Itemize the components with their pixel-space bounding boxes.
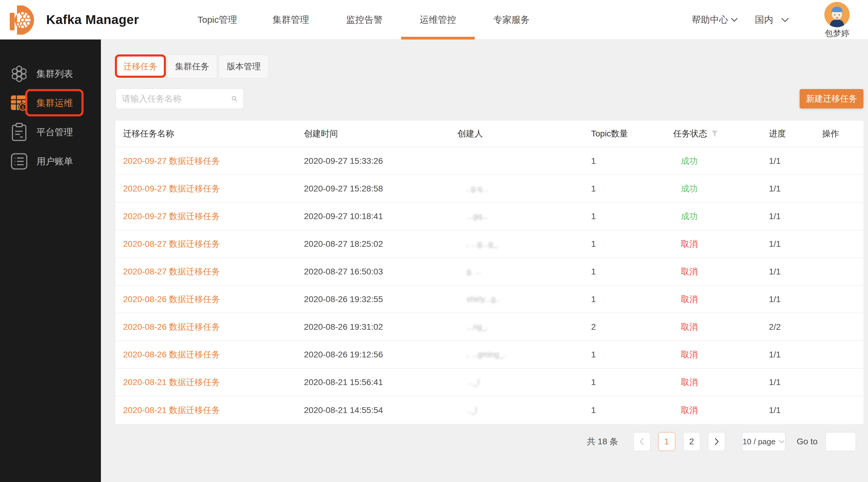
created-time-cell: 2020-09-27 15:28:58 <box>304 184 457 194</box>
task-name-link[interactable]: 2020-09-27 数据迁移任务 <box>123 156 220 166</box>
table-row[interactable]: 2020-08-27 数据迁移任务 2020-08-27 18:25:02 , … <box>116 230 863 258</box>
task-name-link[interactable]: 2020-08-27 数据迁移任务 <box>123 267 220 276</box>
svg-text:$: $ <box>22 104 24 110</box>
chevron-down-icon <box>781 18 789 22</box>
status-cell: 取消 <box>673 266 769 278</box>
nav-monitor-alert[interactable]: 监控告警 <box>328 0 401 39</box>
creator-cell: .._l <box>457 406 591 415</box>
col-created-time: 创建时间 <box>304 128 457 139</box>
header-right: 帮助中心 国内 <box>692 0 851 39</box>
migration-task-table: 迁移任务名称 创建时间 创建人 Topic数量 任务状态 进度 操作 <box>116 121 863 424</box>
tab-bar: 迁移任务 集群任务 版本管理 <box>116 55 863 78</box>
avatar[interactable] <box>824 2 850 27</box>
nav-topic-manage[interactable]: Topic管理 <box>181 0 254 39</box>
chevron-down-icon <box>731 18 738 22</box>
created-time-cell: 2020-09-27 10:18:41 <box>304 212 457 221</box>
task-name-link[interactable]: 2020-09-27 数据迁移任务 <box>123 184 220 193</box>
search-input[interactable] <box>122 94 231 104</box>
task-name-link[interactable]: 2020-08-26 数据迁移任务 <box>123 294 220 304</box>
total-count: 共 18 条 <box>587 436 618 447</box>
top-header: Kafka Manager Topic管理 集群管理 监控告警 运维管控 专家服… <box>0 0 868 39</box>
table-row[interactable]: 2020-08-26 数据迁移任务 2020-08-26 19:12:56 , … <box>116 341 863 368</box>
sidebar: 集群列表 $ 集群运维 <box>0 39 101 482</box>
task-name-link[interactable]: 2020-08-26 数据迁移任务 <box>123 350 220 359</box>
status-cell: 取消 <box>673 405 769 416</box>
table-row[interactable]: 2020-08-21 数据迁移任务 2020-08-21 15:56:41 ..… <box>116 368 863 396</box>
created-time-cell: 2020-08-26 19:31:02 <box>304 322 457 332</box>
sidebar-item-cluster-list[interactable]: 集群列表 <box>0 59 101 89</box>
nav-expert-service[interactable]: 专家服务 <box>475 0 548 39</box>
creator-cell: , ...g...g_. <box>457 239 591 249</box>
goto-page-input[interactable] <box>826 432 856 451</box>
status-cell: 取消 <box>673 321 769 333</box>
col-topic-count: Topic数量 <box>591 128 673 139</box>
status-filter-icon[interactable] <box>711 130 718 137</box>
created-time-cell: 2020-08-27 18:25:02 <box>304 239 457 249</box>
tab-cluster-tasks[interactable]: 集群任务 <box>167 55 217 78</box>
table-row[interactable]: 2020-09-27 数据迁移任务 2020-09-27 15:28:58 ..… <box>116 175 863 203</box>
prev-page-button[interactable] <box>633 432 650 451</box>
brand: Kafka Manager <box>9 0 139 39</box>
nav-cluster-manage[interactable]: 集群管理 <box>254 0 328 39</box>
col-task-status: 任务状态 <box>673 128 769 139</box>
tab-version-manage[interactable]: 版本管理 <box>219 55 269 78</box>
table-header-row: 迁移任务名称 创建时间 创建人 Topic数量 任务状态 进度 操作 <box>116 121 863 148</box>
sidebar-item-user-billing[interactable]: 用户账单 <box>0 147 101 176</box>
task-name-link[interactable]: 2020-08-27 数据迁移任务 <box>123 239 220 249</box>
app-root: Kafka Manager Topic管理 集群管理 监控告警 运维管控 专家服… <box>0 0 868 482</box>
table-row[interactable]: 2020-09-27 数据迁移任务 2020-09-27 10:18:41 ..… <box>116 203 863 230</box>
help-center-dropdown[interactable]: 帮助中心 <box>692 14 738 26</box>
page-button-1[interactable]: 1 <box>658 432 675 451</box>
region-dropdown[interactable]: 国内 <box>755 14 789 26</box>
created-time-cell: 2020-08-21 15:56:41 <box>304 378 457 387</box>
billing-table-icon: $ <box>10 94 28 113</box>
next-page-button[interactable] <box>708 432 725 451</box>
search-icon[interactable] <box>231 94 237 103</box>
topic-count-cell: 1 <box>591 184 673 194</box>
table-row[interactable]: 2020-08-26 数据迁移任务 2020-08-26 19:31:02 ..… <box>116 313 863 341</box>
creator-cell: shirly...g.. <box>457 294 591 304</box>
table-body: 2020-09-27 数据迁移任务 2020-09-27 15:33:26 1 … <box>116 148 863 424</box>
task-name-link[interactable]: 2020-08-21 数据迁移任务 <box>123 406 220 415</box>
user-avatar-icon <box>824 2 850 27</box>
table-row[interactable]: 2020-09-27 数据迁移任务 2020-09-27 15:33:26 1 … <box>116 148 863 175</box>
sidebar-item-cluster-ops[interactable]: $ 集群运维 <box>0 89 101 118</box>
created-time-cell: 2020-08-27 16:50:03 <box>304 267 457 277</box>
main-content: 迁移任务 集群任务 版本管理 新建迁移任务 <box>101 39 868 482</box>
created-time-cell: 2020-08-21 14:55:54 <box>304 406 457 415</box>
create-migration-task-button[interactable]: 新建迁移任务 <box>800 89 863 108</box>
sidebar-item-platform-manage[interactable]: 平台管理 <box>0 118 101 147</box>
topic-count-cell: 1 <box>591 350 673 359</box>
progress-cell: 1/1 <box>769 239 822 249</box>
progress-cell: 1/1 <box>769 350 822 359</box>
col-task-name: 迁移任务名称 <box>123 128 304 139</box>
creator-cell: ...gq... <box>457 212 591 221</box>
task-name-link[interactable]: 2020-09-27 数据迁移任务 <box>123 212 220 221</box>
tab-migration-tasks[interactable]: 迁移任务 <box>116 55 165 78</box>
created-time-cell: 2020-08-26 19:12:56 <box>304 350 457 359</box>
status-cell: 取消 <box>673 294 769 305</box>
status-cell: 成功 <box>673 183 769 194</box>
chevron-right-icon <box>714 438 719 446</box>
nav-ops-control[interactable]: 运维管控 <box>401 0 475 39</box>
status-cell: 取消 <box>673 349 769 360</box>
progress-cell: 2/2 <box>769 322 822 332</box>
user-block[interactable]: 包梦婷 <box>823 1 851 39</box>
created-time-cell: 2020-09-27 15:33:26 <box>304 156 457 166</box>
task-name-link[interactable]: 2020-08-26 数据迁移任务 <box>123 322 220 331</box>
progress-cell: 1/1 <box>769 378 822 387</box>
task-name-link[interactable]: 2020-08-21 数据迁移任务 <box>123 378 220 387</box>
page-size-select[interactable]: 10 / page <box>742 432 785 451</box>
goto-label: Go to <box>797 437 817 446</box>
table-row[interactable]: 2020-08-21 数据迁移任务 2020-08-21 14:55:54 ..… <box>116 396 863 424</box>
creator-cell: , ...gming_. <box>457 350 591 359</box>
list-icon <box>10 152 28 171</box>
hexagon-cluster-icon <box>10 64 28 83</box>
col-progress: 进度 <box>769 128 822 139</box>
page-button-2[interactable]: 2 <box>683 432 700 451</box>
table-row[interactable]: 2020-08-27 数据迁移任务 2020-08-27 16:50:03 g.… <box>116 258 863 286</box>
table-row[interactable]: 2020-08-26 数据迁移任务 2020-08-26 19:32:55 sh… <box>116 286 863 313</box>
task-search-box[interactable] <box>116 89 244 109</box>
toolbar: 新建迁移任务 <box>116 89 863 109</box>
status-cell: 取消 <box>673 238 769 250</box>
